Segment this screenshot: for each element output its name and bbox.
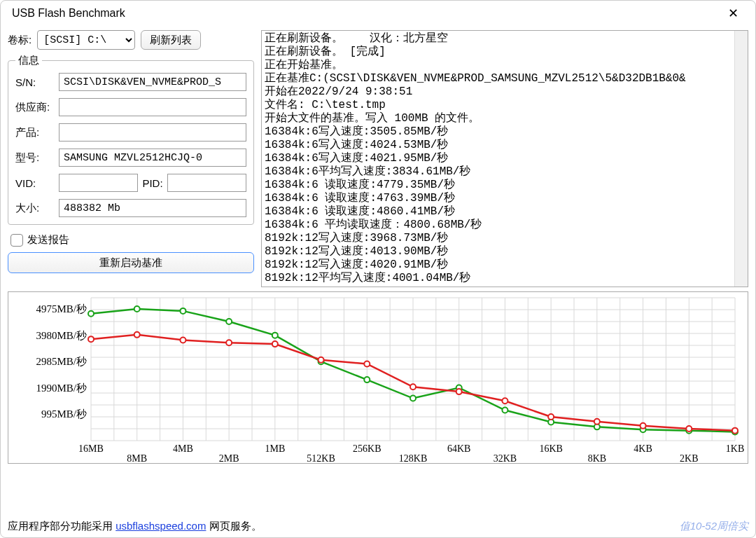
top-row: 卷标: [SCSI] C:\ 刷新列表 信息 S/N: 供应商: 产品: <box>8 30 748 287</box>
svg-point-91 <box>732 428 738 434</box>
svg-text:1990MB/秒: 1990MB/秒 <box>36 382 87 394</box>
svg-text:1KB: 1KB <box>726 443 744 454</box>
sn-label: S/N: <box>15 76 59 88</box>
svg-point-69 <box>410 396 416 401</box>
content: 卷标: [SCSI] C:\ 刷新列表 信息 S/N: 供应商: 产品: <box>1 26 755 517</box>
pid-field[interactable] <box>167 174 246 192</box>
vid-pid-row: PID: <box>59 174 246 192</box>
footer-text: 应用程序部分功能采用 usbflashspeed.com 网页服务。 <box>8 520 262 533</box>
model-field[interactable] <box>59 149 246 167</box>
svg-point-90 <box>686 426 692 432</box>
svg-point-82 <box>318 357 324 363</box>
drive-select[interactable]: [SCSI] C:\ <box>37 30 135 50</box>
svg-text:32KB: 32KB <box>493 453 517 463</box>
svg-text:2MB: 2MB <box>219 453 239 463</box>
log-output[interactable]: 正在刷新设备。 汉化：北方星空 正在刷新设备。 [完成] 正在开始基准。 正在基… <box>261 30 748 287</box>
svg-text:2985MB/秒: 2985MB/秒 <box>36 356 87 367</box>
send-report-row[interactable]: 发送报告 <box>8 229 254 248</box>
model-label: 型号: <box>15 151 59 165</box>
svg-text:2KB: 2KB <box>680 453 698 463</box>
svg-text:4KB: 4KB <box>634 443 652 454</box>
svg-point-64 <box>180 308 186 314</box>
svg-point-89 <box>640 423 646 429</box>
svg-point-88 <box>594 419 600 425</box>
svg-point-84 <box>410 384 416 389</box>
sn-field[interactable] <box>59 73 246 91</box>
svg-point-87 <box>548 414 554 420</box>
svg-text:4MB: 4MB <box>173 443 193 454</box>
refresh-button[interactable]: 刷新列表 <box>141 30 201 50</box>
svg-point-71 <box>502 408 507 413</box>
vendor-label: 供应商: <box>15 101 59 114</box>
titlebar: USB Flash Benchmark ✕ <box>1 1 755 26</box>
svg-point-81 <box>272 341 278 347</box>
svg-point-86 <box>502 398 507 404</box>
drive-row: 卷标: [SCSI] C:\ 刷新列表 <box>8 30 254 50</box>
svg-text:16KB: 16KB <box>539 443 562 454</box>
svg-text:8MB: 8MB <box>127 453 147 463</box>
window-title: USB Flash Benchmark <box>12 7 125 20</box>
svg-point-85 <box>456 389 462 394</box>
size-label: 大小: <box>15 202 59 215</box>
vendor-field[interactable] <box>59 98 246 116</box>
info-grid: S/N: 供应商: 产品: 型号: VID: PID: <box>15 73 246 217</box>
svg-point-77 <box>88 336 94 342</box>
svg-text:1MB: 1MB <box>265 443 285 454</box>
benchmark-chart: 995MB/秒1990MB/秒2985MB/秒3980MB/秒4975MB/秒1… <box>8 292 748 463</box>
svg-text:128KB: 128KB <box>399 453 427 463</box>
close-icon[interactable]: ✕ <box>722 3 744 24</box>
svg-point-63 <box>134 306 140 312</box>
svg-text:8KB: 8KB <box>588 453 606 463</box>
svg-text:3980MB/秒: 3980MB/秒 <box>36 330 87 341</box>
svg-point-79 <box>180 337 186 343</box>
app-window: USB Flash Benchmark ✕ 卷标: [SCSI] C:\ 刷新列… <box>0 0 756 538</box>
svg-point-65 <box>226 319 232 324</box>
svg-point-83 <box>364 361 370 366</box>
product-label: 产品: <box>15 126 59 139</box>
chart-panel: 995MB/秒1990MB/秒2985MB/秒3980MB/秒4975MB/秒1… <box>8 291 748 464</box>
product-field[interactable] <box>59 123 246 142</box>
footer: 应用程序部分功能采用 usbflashspeed.com 网页服务。 值10-5… <box>1 517 755 537</box>
svg-point-80 <box>226 340 232 345</box>
vid-label: VID: <box>15 177 59 189</box>
svg-text:512KB: 512KB <box>307 453 335 463</box>
svg-point-66 <box>272 333 278 338</box>
left-panel: 卷标: [SCSI] C:\ 刷新列表 信息 S/N: 供应商: 产品: <box>8 30 254 287</box>
send-report-checkbox[interactable] <box>10 234 23 247</box>
svg-point-68 <box>364 377 370 382</box>
size-field[interactable] <box>59 199 246 217</box>
info-legend: 信息 <box>15 54 42 67</box>
footer-link[interactable]: usbflashspeed.com <box>115 520 206 532</box>
watermark: 值10-52周倍实 <box>680 520 748 533</box>
svg-text:995MB/秒: 995MB/秒 <box>41 408 87 420</box>
vid-field[interactable] <box>59 174 138 192</box>
pid-label: PID: <box>142 177 162 189</box>
info-fieldset: 信息 S/N: 供应商: 产品: 型号: VID: PID: <box>8 54 254 225</box>
drive-label: 卷标: <box>8 34 31 47</box>
svg-text:256KB: 256KB <box>353 443 381 454</box>
svg-point-62 <box>88 311 94 317</box>
svg-text:16MB: 16MB <box>78 443 104 454</box>
restart-benchmark-button[interactable]: 重新启动基准 <box>8 252 254 273</box>
svg-point-78 <box>134 332 140 338</box>
send-report-label: 发送报告 <box>27 233 69 247</box>
svg-text:64KB: 64KB <box>447 443 470 454</box>
svg-text:4975MB/秒: 4975MB/秒 <box>36 303 87 315</box>
